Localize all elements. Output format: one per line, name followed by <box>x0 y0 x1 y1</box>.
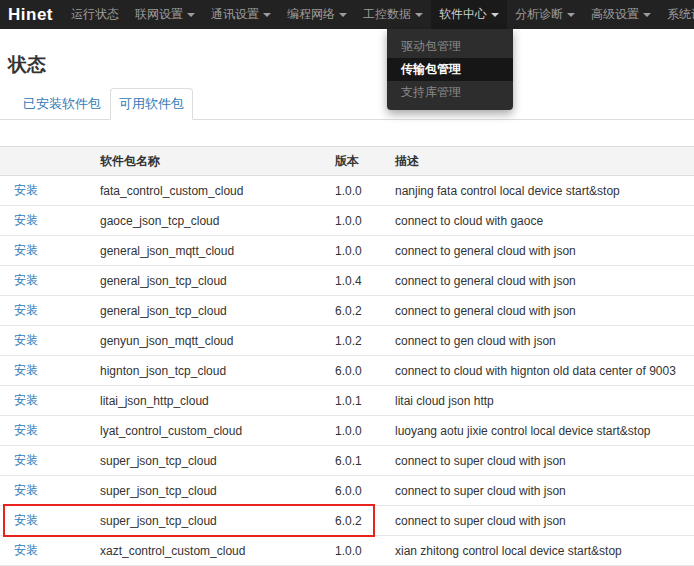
nav-item-label: 分析诊断 <box>515 6 563 23</box>
cell-description: connect to general cloud with json <box>395 266 694 296</box>
nav-item-label: 高级设置 <box>591 6 639 23</box>
nav-item-label: 运行状态 <box>71 6 119 23</box>
install-link[interactable]: 安装 <box>14 333 38 347</box>
cell-action: 安装 <box>0 386 100 416</box>
cell-action: 安装 <box>0 326 100 356</box>
nav-item-label: 联网设置 <box>135 6 183 23</box>
install-link[interactable]: 安装 <box>14 363 38 377</box>
cell-package-name: general_json_tcp_cloud <box>100 296 335 326</box>
chevron-down-icon <box>643 13 651 17</box>
table-row: 安装gaoce_json_tcp_cloud1.0.0connect to cl… <box>0 206 694 236</box>
main-content: 状态 已安装软件包 可用软件包 软件包名称 版本 描述 安装fata_contr… <box>0 54 694 566</box>
tab-installed-packages[interactable]: 已安装软件包 <box>14 88 110 120</box>
tab-installed-packages-label[interactable]: 已安装软件包 <box>14 88 110 120</box>
cell-description: connect to cloud with hignton old data c… <box>395 356 694 386</box>
cell-version: 1.0.0 <box>335 536 395 566</box>
nav-item-system-settings[interactable]: 系统设置 <box>659 0 694 29</box>
cell-description: connect to general cloud with json <box>395 296 694 326</box>
nav-item-label: 工控数据 <box>363 6 411 23</box>
table-row: 安装hignton_json_tcp_cloud6.0.0connect to … <box>0 356 694 386</box>
cell-action: 安装 <box>0 266 100 296</box>
nav-item-label: 编程网络 <box>287 6 335 23</box>
tab-bar: 已安装软件包 可用软件包 <box>0 88 694 120</box>
nav-item-label: 通讯设置 <box>211 6 259 23</box>
nav-item-run-status[interactable]: 运行状态 <box>63 0 127 29</box>
nav-item-network-settings[interactable]: 联网设置 <box>127 0 203 29</box>
cell-version: 1.0.0 <box>335 236 395 266</box>
cell-version: 1.0.1 <box>335 386 395 416</box>
cell-action: 安装 <box>0 296 100 326</box>
cell-package-name: hignton_json_tcp_cloud <box>100 356 335 386</box>
cell-description: connect to gen cloud with json <box>395 326 694 356</box>
install-link[interactable]: 安装 <box>14 183 38 197</box>
cell-description: connect to super cloud with json <box>395 446 694 476</box>
dropdown-item-transfer-package-mgmt[interactable]: 传输包管理 <box>387 58 513 81</box>
install-link[interactable]: 安装 <box>14 483 38 497</box>
page-title: 状态 <box>8 54 694 76</box>
table-row: 安装litai_json_http_cloud1.0.1litai cloud … <box>0 386 694 416</box>
cell-version: 1.0.0 <box>335 176 395 206</box>
dropdown-item-driver-package-mgmt[interactable]: 驱动包管理 <box>387 35 513 58</box>
cell-version: 1.0.4 <box>335 266 395 296</box>
cell-package-name: fata_control_custom_cloud <box>100 176 335 206</box>
cell-version: 6.0.0 <box>335 476 395 506</box>
nav-item-advanced-settings[interactable]: 高级设置 <box>583 0 659 29</box>
nav-item-programming-network[interactable]: 编程网络 <box>279 0 355 29</box>
table-row: 安装general_json_mqtt_cloud1.0.0connect to… <box>0 236 694 266</box>
cell-package-name: general_json_mqtt_cloud <box>100 236 335 266</box>
brand-logo[interactable]: Hinet <box>8 5 53 25</box>
cell-version: 6.0.0 <box>335 356 395 386</box>
cell-package-name: general_json_tcp_cloud <box>100 266 335 296</box>
install-link[interactable]: 安装 <box>14 273 38 287</box>
chevron-down-icon <box>339 13 347 17</box>
nav-item-analysis-diagnosis[interactable]: 分析诊断 <box>507 0 583 29</box>
install-link[interactable]: 安装 <box>14 243 38 257</box>
tab-available-packages[interactable]: 可用软件包 <box>110 88 193 120</box>
cell-version: 1.0.0 <box>335 416 395 446</box>
cell-package-name: xazt_control_custom_cloud <box>100 536 335 566</box>
nav-item-label: 系统设置 <box>667 6 694 23</box>
cell-package-name: super_json_tcp_cloud <box>100 446 335 476</box>
navbar-menu: 运行状态联网设置通讯设置编程网络工控数据软件中心分析诊断高级设置系统设置退出 <box>63 0 694 29</box>
cell-package-name: lyat_control_custom_cloud <box>100 416 335 446</box>
install-link[interactable]: 安装 <box>14 423 38 437</box>
cell-package-name: super_json_tcp_cloud <box>100 506 335 536</box>
column-header-description: 描述 <box>395 147 694 176</box>
cell-version: 6.0.1 <box>335 446 395 476</box>
table-row: 安装super_json_tcp_cloud6.0.2connect to su… <box>0 506 694 536</box>
nav-item-software-center[interactable]: 软件中心 <box>431 0 507 29</box>
chevron-down-icon <box>263 13 271 17</box>
install-link[interactable]: 安装 <box>14 543 38 557</box>
cell-version: 6.0.2 <box>335 506 395 536</box>
nav-item-communication-settings[interactable]: 通讯设置 <box>203 0 279 29</box>
cell-package-name: super_json_tcp_cloud <box>100 476 335 506</box>
table-row: 安装general_json_tcp_cloud6.0.2connect to … <box>0 296 694 326</box>
chevron-down-icon <box>415 13 423 17</box>
nav-item-industrial-data[interactable]: 工控数据 <box>355 0 431 29</box>
cell-action: 安装 <box>0 236 100 266</box>
table-header-row: 软件包名称 版本 描述 <box>0 147 694 176</box>
available-packages-table: 软件包名称 版本 描述 安装fata_control_custom_cloud1… <box>0 146 694 566</box>
table-row: 安装xazt_control_custom_cloud1.0.0xian zhi… <box>0 536 694 566</box>
table-row: 安装super_json_tcp_cloud6.0.0connect to su… <box>0 476 694 506</box>
install-link[interactable]: 安装 <box>14 453 38 467</box>
column-header-version: 版本 <box>335 147 395 176</box>
install-link[interactable]: 安装 <box>14 513 38 527</box>
cell-description: connect to super cloud with json <box>395 476 694 506</box>
cell-action: 安装 <box>0 206 100 236</box>
cell-action: 安装 <box>0 506 100 536</box>
install-link[interactable]: 安装 <box>14 303 38 317</box>
chevron-down-icon <box>567 13 575 17</box>
tab-available-packages-label[interactable]: 可用软件包 <box>110 88 193 120</box>
nav-item-label: 软件中心 <box>439 6 487 23</box>
cell-description: luoyang aotu jixie control local device … <box>395 416 694 446</box>
column-header-action <box>0 147 100 176</box>
install-link[interactable]: 安装 <box>14 213 38 227</box>
cell-action: 安装 <box>0 476 100 506</box>
software-center-dropdown-menu: 驱动包管理传输包管理支持库管理 <box>387 29 513 110</box>
dropdown-item-support-library-mgmt[interactable]: 支持库管理 <box>387 81 513 104</box>
cell-description: connect to cloud with gaoce <box>395 206 694 236</box>
table-row: 安装fata_control_custom_cloud1.0.0nanjing … <box>0 176 694 206</box>
cell-package-name: gaoce_json_tcp_cloud <box>100 206 335 236</box>
install-link[interactable]: 安装 <box>14 393 38 407</box>
